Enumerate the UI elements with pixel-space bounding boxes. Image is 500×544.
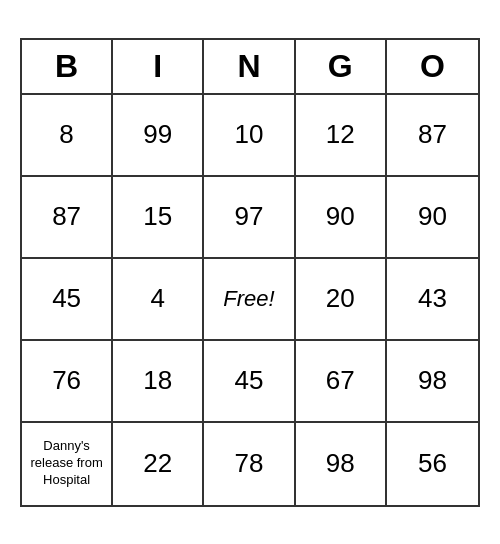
header-i: I [113, 40, 204, 93]
header-n: N [204, 40, 295, 93]
cell-r4c4: 67 [296, 341, 387, 423]
cell-r3c1: 45 [22, 259, 113, 341]
cell-r1c4: 12 [296, 95, 387, 177]
cell-r1c5: 87 [387, 95, 478, 177]
cell-r5c5: 56 [387, 423, 478, 505]
bingo-card: B I N G O 8 99 10 12 87 87 15 97 90 90 4… [20, 38, 480, 507]
cell-r1c3: 10 [204, 95, 295, 177]
cell-r3c5: 43 [387, 259, 478, 341]
cell-r2c4: 90 [296, 177, 387, 259]
cell-r4c1: 76 [22, 341, 113, 423]
cell-r5c1: Danny's release from Hospital [22, 423, 113, 505]
cell-r1c2: 99 [113, 95, 204, 177]
cell-r3c3-free: Free! [204, 259, 295, 341]
header-b: B [22, 40, 113, 93]
cell-r2c1: 87 [22, 177, 113, 259]
bingo-body: 8 99 10 12 87 87 15 97 90 90 45 4 Free! … [22, 95, 478, 505]
cell-r2c2: 15 [113, 177, 204, 259]
cell-r5c4: 98 [296, 423, 387, 505]
cell-r5c2: 22 [113, 423, 204, 505]
cell-r2c3: 97 [204, 177, 295, 259]
cell-r1c1: 8 [22, 95, 113, 177]
cell-r4c3: 45 [204, 341, 295, 423]
cell-r4c5: 98 [387, 341, 478, 423]
cell-r3c4: 20 [296, 259, 387, 341]
header-o: O [387, 40, 478, 93]
cell-r5c3: 78 [204, 423, 295, 505]
cell-r4c2: 18 [113, 341, 204, 423]
bingo-header: B I N G O [22, 40, 478, 95]
cell-r3c2: 4 [113, 259, 204, 341]
cell-r2c5: 90 [387, 177, 478, 259]
header-g: G [296, 40, 387, 93]
